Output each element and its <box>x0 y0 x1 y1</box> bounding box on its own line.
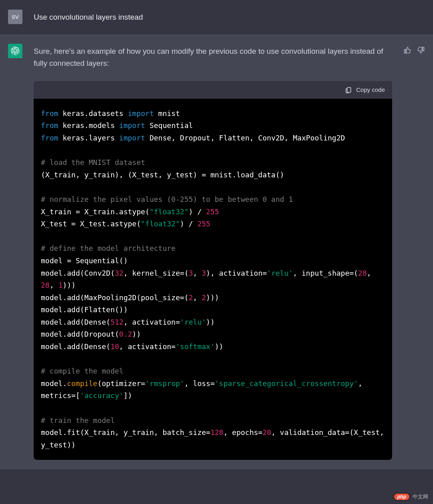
string: "float32" <box>141 219 180 228</box>
number: 20 <box>263 428 271 437</box>
code-text: , epochs= <box>223 428 263 437</box>
feedback-buttons <box>403 44 425 460</box>
number: 2 <box>202 293 206 302</box>
assistant-message-row: Sure, here's an example of how you can m… <box>0 34 433 469</box>
string: 'rmsprop' <box>145 379 184 388</box>
openai-logo-icon <box>11 47 20 55</box>
code-text: X_test = X_test.astype( <box>41 219 141 228</box>
code-text: Dense, Dropout, Flatten, Conv2D, MaxPool… <box>145 134 345 142</box>
number: 1 <box>58 281 63 289</box>
keyword: from <box>41 109 58 118</box>
string: 'relu' <box>180 318 206 326</box>
function: compile <box>67 379 97 388</box>
number: 3 <box>202 269 206 277</box>
number: 0.2 <box>119 330 132 338</box>
code-text: ))) <box>63 281 76 289</box>
keyword: import <box>119 134 145 142</box>
code-text: model.fit(X_train, y_train, batch_size= <box>41 428 210 437</box>
code-text: , <box>193 269 202 277</box>
number: 255 <box>197 219 210 228</box>
user-message-row: SV Use convolutional layers instead <box>0 0 433 34</box>
number: 10 <box>110 342 119 351</box>
comment: # compile the model <box>41 367 123 375</box>
code-text: Sequential <box>145 121 193 130</box>
number: 2 <box>188 293 193 302</box>
comment: # define the model architecture <box>41 244 176 252</box>
string: 'softmax' <box>176 342 215 351</box>
code-content[interactable]: from keras.datasets import mnist from ke… <box>34 99 392 460</box>
assistant-message: Sure, here's an example of how you can m… <box>34 45 392 70</box>
copy-code-button[interactable]: Copy code <box>34 81 392 99</box>
code-text: (X_train, y_train), (X_test, y_test) = m… <box>41 171 284 179</box>
code-text: , activation= <box>123 318 180 326</box>
number: 128 <box>210 428 224 437</box>
code-text: , kernel_size=( <box>123 269 189 277</box>
code-text: ) / <box>188 207 206 216</box>
number: 28 <box>358 269 367 277</box>
code-text: X_train = X_train.astype( <box>41 207 150 216</box>
code-text: , <box>367 269 376 277</box>
copy-code-label: Copy code <box>356 85 385 95</box>
thumbs-up-icon[interactable] <box>403 46 411 54</box>
code-text: , activation= <box>119 342 176 351</box>
thumbs-down-icon[interactable] <box>417 46 425 54</box>
code-text: , <box>50 281 59 289</box>
code-text: keras.models <box>58 121 119 130</box>
code-text: , loss= <box>184 379 215 388</box>
number: 28 <box>41 281 50 289</box>
code-text: model.add(Dropout( <box>41 330 119 338</box>
code-text: model.add(Dense( <box>41 318 110 326</box>
code-text: keras.datasets <box>58 109 127 118</box>
comment: # train the model <box>41 416 115 425</box>
number: 3 <box>188 269 193 277</box>
code-text: model = Sequential() <box>41 256 128 265</box>
string: 'relu' <box>267 269 293 277</box>
number: 32 <box>115 269 123 277</box>
keyword: from <box>41 134 58 142</box>
user-avatar-text: SV <box>12 14 18 20</box>
assistant-content: Sure, here's an example of how you can m… <box>34 44 392 460</box>
number: 512 <box>110 318 123 326</box>
code-text: )) <box>206 318 215 326</box>
assistant-avatar <box>8 44 22 58</box>
code-text: model.add(Conv2D( <box>41 269 115 277</box>
code-text: )) <box>132 330 141 338</box>
code-text: (optimizer= <box>97 379 145 388</box>
number: 255 <box>206 207 219 216</box>
code-block: Copy code from keras.datasets import mni… <box>34 81 392 460</box>
keyword: import <box>119 121 145 130</box>
code-text: keras.layers <box>58 134 119 142</box>
code-text: ]) <box>123 391 132 400</box>
code-text: model.add(Flatten()) <box>41 305 128 314</box>
code-text: , input_shape=( <box>293 269 358 277</box>
user-avatar: SV <box>8 10 22 24</box>
string: "float32" <box>150 207 189 216</box>
comment: # normalize the pixel values (0-255) to … <box>41 195 293 203</box>
string: 'accuracy' <box>80 391 123 400</box>
code-text: ))) <box>206 293 219 302</box>
comment: # load the MNIST dataset <box>41 158 145 167</box>
keyword: from <box>41 121 58 130</box>
code-text: ), activation= <box>206 269 267 277</box>
code-text: , <box>193 293 202 302</box>
code-text: mnist <box>154 109 180 118</box>
clipboard-icon <box>345 86 352 93</box>
keyword: import <box>128 109 154 118</box>
code-text: model. <box>41 379 67 388</box>
string: 'sparse_categorical_crossentropy' <box>215 379 358 388</box>
svg-rect-0 <box>347 87 351 92</box>
code-text: )) <box>215 342 224 351</box>
user-message: Use convolutional layers instead <box>34 10 425 24</box>
code-text: ) / <box>180 219 197 228</box>
code-text: model.add(MaxPooling2D(pool_size=( <box>41 293 188 302</box>
code-text: model.add(Dense( <box>41 342 110 351</box>
